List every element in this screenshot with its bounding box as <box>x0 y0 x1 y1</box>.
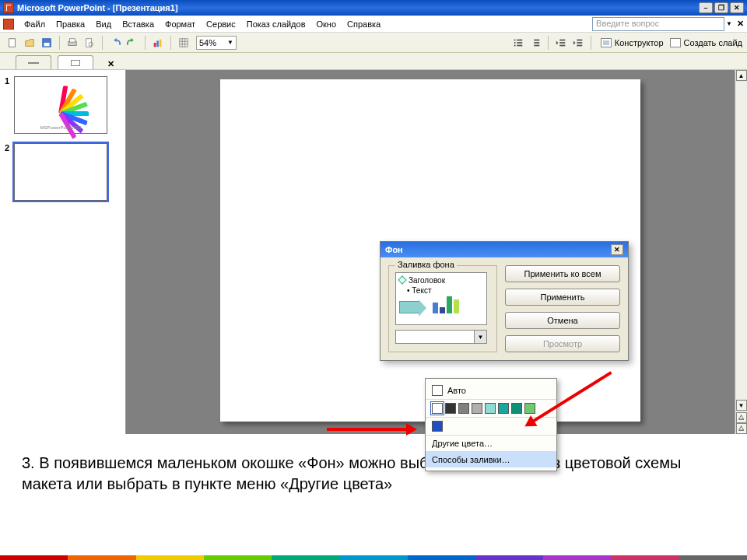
app-menu-icon[interactable] <box>3 19 14 30</box>
color-swatch[interactable] <box>498 403 509 414</box>
cancel-button[interactable]: Отмена <box>505 312 620 329</box>
svg-rect-13 <box>517 39 522 40</box>
slide-preview: Заголовок • Текст <box>395 272 487 325</box>
svg-rect-18 <box>534 44 539 46</box>
apply-all-button[interactable]: Применить ко всем <box>505 265 620 282</box>
outdent-icon[interactable] <box>553 35 569 51</box>
instruction-text: 3. В появившемся маленьком окошке «Фон» … <box>0 434 747 513</box>
slide-panel: 1 MSPowerPoint2003 2 <box>0 70 126 434</box>
menu-format[interactable]: Формат <box>160 19 201 29</box>
design-icon <box>601 38 612 47</box>
fieldset-legend: Заливка фона <box>395 260 457 269</box>
svg-point-10 <box>514 39 515 40</box>
apply-button[interactable]: Применить <box>505 289 620 306</box>
help-search-input[interactable]: Введите вопрос <box>592 17 724 31</box>
menu-window[interactable]: Окно <box>311 19 342 29</box>
prev-slide-icon[interactable]: ⧋ <box>736 412 747 423</box>
chart-icon[interactable] <box>150 35 166 51</box>
menu-view[interactable]: Вид <box>90 19 117 29</box>
svg-rect-9 <box>160 39 162 47</box>
dialog-titlebar[interactable]: Фон ✕ <box>381 242 628 257</box>
fill-effects-item[interactable]: Способы заливки… <box>426 452 556 467</box>
svg-rect-16 <box>534 39 539 40</box>
chart-icon <box>433 296 459 313</box>
scroll-down-icon[interactable]: ▼ <box>736 400 747 411</box>
scroll-up-icon[interactable]: ▲ <box>736 70 747 81</box>
thumbnail <box>14 143 107 201</box>
menu-insert[interactable]: Вставка <box>117 19 160 29</box>
more-colors-item[interactable]: Другие цвета… <box>426 436 556 452</box>
zoom-value: 54% <box>199 38 216 47</box>
color-swatch[interactable] <box>432 421 443 432</box>
svg-rect-7 <box>154 43 156 47</box>
svg-rect-21 <box>559 44 565 46</box>
preview-button[interactable]: Просмотр <box>505 335 620 352</box>
color-swatch[interactable] <box>432 403 443 414</box>
svg-rect-24 <box>577 44 582 46</box>
color-dropdown-menu: Авто Другие цвета… Способы заливки… <box>425 378 557 471</box>
color-swatch[interactable] <box>511 403 522 414</box>
panel-close-button[interactable]: ✕ <box>107 59 114 69</box>
mdi-close-button[interactable]: ✕ <box>737 19 744 29</box>
auto-color-item[interactable]: Авто <box>426 382 556 400</box>
bullets-icon[interactable] <box>510 35 526 51</box>
close-button[interactable]: ✕ <box>730 2 744 13</box>
undo-icon[interactable] <box>107 35 123 51</box>
svg-rect-5 <box>86 38 92 47</box>
slide-number: 2 <box>5 143 9 201</box>
next-slide-icon[interactable]: ⧋ <box>736 423 747 434</box>
redo-icon[interactable] <box>124 35 140 51</box>
outline-tab[interactable] <box>16 55 51 69</box>
slides-tab[interactable] <box>58 55 93 69</box>
new-slide-button[interactable]: Создать слайд <box>670 38 742 47</box>
minimize-button[interactable]: – <box>699 2 713 13</box>
menu-edit[interactable]: Правка <box>51 19 90 29</box>
color-swatch[interactable] <box>445 403 456 414</box>
new-slide-label: Создать слайд <box>684 38 742 47</box>
menu-bar: Файл Правка Вид Вставка Формат Сервис По… <box>0 16 747 33</box>
svg-point-11 <box>514 41 515 43</box>
new-doc-icon[interactable] <box>5 35 20 51</box>
color-swatch[interactable] <box>472 403 482 414</box>
powerpoint-icon <box>3 2 14 13</box>
chevron-down-icon: ▼ <box>474 331 486 343</box>
vertical-scrollbar[interactable]: ▲ ▼ ⧋ ⧋ <box>735 70 747 434</box>
grid-icon[interactable] <box>176 35 191 51</box>
zoom-combo[interactable]: 54%▼ <box>196 36 237 50</box>
menu-file[interactable]: Файл <box>19 19 51 29</box>
scroll-track[interactable] <box>736 82 747 399</box>
svg-rect-23 <box>577 42 582 44</box>
chevron-down-icon: ▼ <box>227 39 233 46</box>
slide-thumbnail-2[interactable]: 2 <box>5 143 121 201</box>
scheme-color-row <box>426 400 556 418</box>
window-title: Microsoft PowerPoint - [Презентация1] <box>17 3 178 12</box>
auto-swatch-icon <box>432 385 443 396</box>
fill-color-combo[interactable]: ▼ <box>395 330 487 344</box>
color-swatch[interactable] <box>458 403 469 414</box>
save-icon[interactable] <box>39 35 54 51</box>
indent-icon[interactable] <box>570 35 586 51</box>
diamond-icon <box>398 275 406 284</box>
preview-icon[interactable] <box>82 35 97 51</box>
svg-rect-8 <box>156 40 159 47</box>
outline-tabs: ✕ <box>0 53 747 70</box>
design-label: Конструктор <box>615 38 664 47</box>
menu-slideshow[interactable]: Показ слайдов <box>241 19 311 29</box>
fill-fieldset: Заливка фона Заголовок • Текст ▼ <box>388 265 497 352</box>
dialog-close-button[interactable]: ✕ <box>611 244 623 255</box>
svg-rect-2 <box>44 43 50 46</box>
print-icon[interactable] <box>65 35 80 51</box>
help-dropdown-icon[interactable]: ▼ <box>726 20 732 27</box>
menu-help[interactable]: Справка <box>342 19 386 29</box>
design-button[interactable]: Конструктор <box>601 38 664 47</box>
restore-button[interactable]: ❐ <box>714 2 728 13</box>
menu-tools[interactable]: Сервис <box>201 19 241 29</box>
color-swatch[interactable] <box>485 403 496 414</box>
numbering-icon[interactable] <box>528 35 543 51</box>
color-swatch[interactable] <box>524 403 535 414</box>
open-icon[interactable] <box>22 35 37 51</box>
slide-thumbnail-1[interactable]: 1 MSPowerPoint2003 <box>5 76 121 134</box>
svg-rect-0 <box>9 38 16 47</box>
svg-rect-19 <box>559 39 565 40</box>
svg-rect-22 <box>577 39 582 40</box>
